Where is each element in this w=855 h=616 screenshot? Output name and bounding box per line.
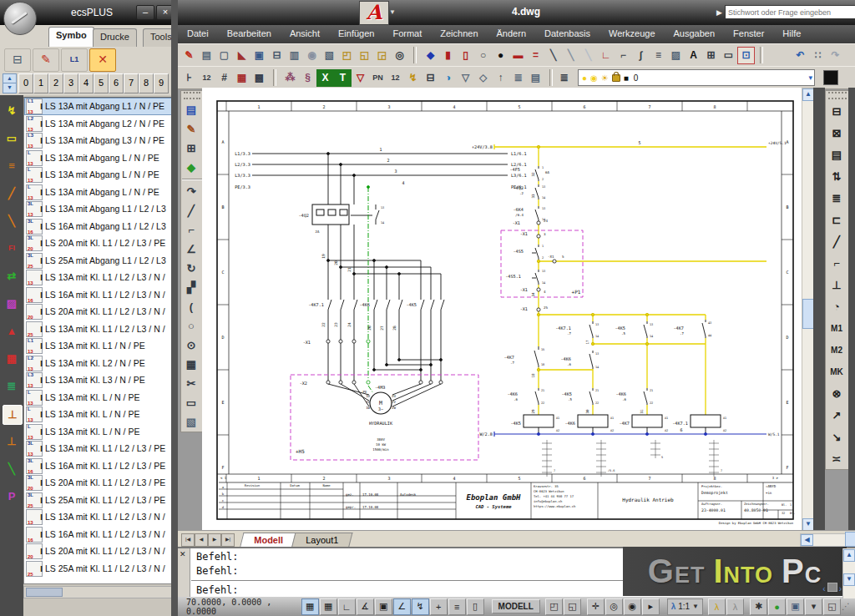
valve-icon[interactable]: ▽ — [457, 69, 474, 87]
earth-icon[interactable]: ⊥ — [826, 274, 847, 295]
find-icon[interactable]: ◎ — [391, 47, 408, 64]
fillet-icon[interactable]: ⌐ — [181, 220, 201, 240]
mirror-icon[interactable]: ▞ — [181, 278, 201, 297]
wire-red-icon[interactable]: ▬ — [509, 47, 527, 64]
digit-button-8[interactable]: 8 — [139, 73, 154, 93]
digit-button-7[interactable]: 7 — [124, 73, 139, 93]
command-scrollbar[interactable]: ▲ ▼ — [842, 548, 855, 598]
ellipse-icon[interactable]: ⊙ — [181, 336, 201, 355]
plc-module-icon[interactable]: ▤ — [826, 144, 847, 165]
layer-combo[interactable]: ●◉☀■0▾ — [578, 69, 815, 86]
symbol-list-hscrollbar[interactable] — [23, 586, 173, 598]
redo-icon[interactable]: ↷ — [827, 47, 844, 64]
symbol-list-item[interactable]: L213|||LS 13A mit Kl. L2 / N / PE — [24, 355, 172, 372]
bulb-on-icon[interactable]: ● — [582, 73, 587, 83]
logo-caret-icon[interactable]: ▼ — [389, 8, 396, 16]
vscroll-thumb[interactable] — [802, 299, 814, 329]
showmotion-button[interactable]: ▸ — [642, 598, 660, 615]
digit-button-4[interactable]: 4 — [78, 73, 94, 93]
tab-prev-icon[interactable]: ◀ — [195, 533, 208, 547]
spinner-down-icon[interactable]: ▼ — [3, 83, 17, 93]
motor-m1-icon[interactable]: M1 — [826, 317, 847, 339]
osnap-toggle[interactable]: ▣ — [375, 598, 392, 615]
color-control-swatch[interactable] — [823, 70, 838, 85]
digit-button-2[interactable]: 2 — [48, 73, 63, 93]
match-props-icon[interactable]: ▧ — [181, 412, 201, 432]
lock-icon[interactable] — [612, 74, 620, 82]
donut-icon[interactable]: ● — [492, 47, 509, 64]
pdf-export-icon[interactable]: ✎ — [33, 48, 59, 72]
line-thin-icon[interactable]: ╲ — [579, 47, 597, 64]
symbol-list-item[interactable]: 3L16|||LS 16A mit Kl. L1 / L2 / L3 / PE — [24, 457, 172, 475]
plug-icon[interactable]: ↯ — [3, 102, 21, 120]
snap-toggle[interactable]: ▦ — [301, 598, 319, 615]
hscroll-thumb[interactable] — [26, 588, 63, 597]
menu-ansicht[interactable]: Ansicht — [281, 25, 329, 43]
wire-pair-icon[interactable]: = — [527, 47, 544, 64]
line-dashed-icon[interactable]: ╲ — [562, 47, 579, 64]
lamp-icon[interactable]: ⊗ — [826, 382, 847, 404]
digit-button-1[interactable]: 1 — [33, 73, 48, 93]
pn-icon[interactable]: PN — [369, 69, 387, 87]
menu-datenbasis[interactable]: Datenbasis — [535, 25, 600, 43]
spline-icon[interactable]: ∫ — [632, 47, 650, 64]
tab-last-icon[interactable]: ▶| — [221, 533, 235, 547]
zoom-button[interactable]: ◎ — [605, 598, 623, 615]
macro-outline-icon[interactable]: ▯ — [457, 47, 474, 64]
arrow-up-icon[interactable]: ↑ — [492, 69, 509, 87]
symbol-list-item[interactable]: L213|||LS 13A mit Abgang L2 / N / PE — [24, 115, 172, 133]
panel-layout-icon[interactable]: ⊟ — [422, 69, 439, 87]
table-icon[interactable]: ⊞ — [702, 47, 720, 64]
copy-icon[interactable]: ▧ — [321, 47, 338, 64]
symbol-list-item[interactable]: L13|||LS 13A mit Abgang L / N / PE — [24, 166, 172, 184]
symbol-list-item[interactable]: 3L25|||LS 25A mit Abgang L1 / L2 / L3 — [24, 252, 172, 270]
polyline-corner-icon[interactable]: ∟ — [597, 47, 615, 64]
sheet-manager-icon[interactable]: ▤ — [198, 47, 215, 64]
clean-screen-button[interactable]: ◱ — [823, 598, 841, 615]
symbol-list-item[interactable]: 20|||LS 20A mit Kl. L1 / L2 / L3 / N / — [24, 543, 172, 560]
annotation-visibility-button[interactable]: λ — [708, 598, 726, 615]
x-cross-icon[interactable]: X — [316, 69, 334, 87]
contact-green-icon[interactable]: ╲ — [3, 460, 21, 478]
motor-m2-icon[interactable]: M2 — [826, 339, 847, 361]
bars-icon[interactable]: ≣ — [3, 377, 21, 396]
frame-icon[interactable]: ▭ — [3, 129, 21, 148]
ducs-toggle[interactable]: ↯ — [412, 598, 429, 615]
contact-orange-icon[interactable]: ╱ — [3, 184, 21, 203]
l1-phase-icon[interactable]: L1 — [61, 48, 88, 72]
hatch-magenta-icon[interactable]: ▨ — [3, 295, 21, 313]
line-icon[interactable]: ╲ — [544, 47, 562, 64]
viewport-icon[interactable]: ▭ — [720, 47, 737, 64]
tab-symbo[interactable]: Symbo — [48, 27, 94, 49]
symbol-list-item[interactable]: 25|||LS 25A mit Kl. L1 / L2 / L3 / N / — [24, 560, 172, 578]
snap-grid-icon[interactable]: ∷ — [809, 47, 827, 64]
menu-ausgaben[interactable]: Ausgaben — [665, 25, 725, 43]
minimize-button[interactable]: – — [136, 5, 154, 20]
capacitor-icon[interactable]: ≍ — [826, 447, 847, 469]
orbit-button[interactable]: ◉ — [624, 598, 641, 615]
contact-corner-icon[interactable]: ⌐ — [826, 252, 847, 274]
bolt-icon[interactable]: ↯ — [404, 69, 422, 87]
motor-mk-icon[interactable]: MK — [826, 361, 847, 382]
doc-icon[interactable]: ▤ — [527, 69, 544, 87]
symbol-list-item[interactable]: L13|||LS 13A mit Kl. L / N / PE — [24, 389, 172, 406]
digit-button-6[interactable]: 6 — [109, 73, 124, 93]
line-icon[interactable]: ╱ — [181, 201, 201, 220]
macro-red-icon[interactable]: ▮ — [439, 47, 457, 64]
meter-icon[interactable]: ◔ — [826, 295, 847, 317]
pedit-icon[interactable]: ↷ — [181, 182, 201, 201]
frame-dark-icon[interactable]: ▩ — [250, 69, 268, 87]
scroll-corner[interactable] — [845, 532, 855, 547]
chamfer-icon[interactable]: ∠ — [181, 240, 201, 259]
layout-space-button[interactable]: ◱ — [564, 598, 581, 615]
dim-quick-icon[interactable]: ⊦ — [180, 69, 198, 87]
symbol-list-item[interactable]: 3L13|||LS 13A mit Kl. L1 / L2 / L3 / PE — [24, 440, 172, 457]
scroll-down-icon[interactable]: ▼ — [802, 518, 814, 531]
symbol-list[interactable]: L113|||LS 13A mit Abgang L1 / N / PEL213… — [23, 97, 173, 584]
symbol-list-item[interactable]: L13|||LS 13A mit Kl. L / N / PE — [24, 423, 172, 441]
save-icon[interactable]: ▣ — [250, 47, 268, 64]
digit-spinner[interactable]: ▲ ▼ — [3, 73, 15, 93]
palette-grip[interactable] — [828, 92, 847, 99]
named-view-icon[interactable]: ⊡ — [737, 47, 755, 64]
menu-werkzeuge[interactable]: Werkzeuge — [600, 25, 664, 43]
